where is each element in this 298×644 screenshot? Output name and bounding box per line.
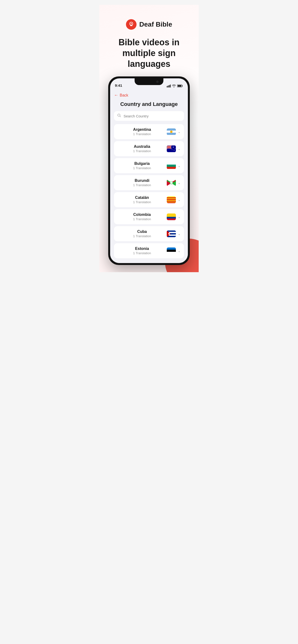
svg-rect-29 [167, 198, 176, 198]
country-translation-colombia: 1 Translation [117, 217, 167, 221]
chevron-cuba: ⌄ [178, 232, 181, 236]
flag-australia: ✦ ✦ ✦ ✦ [167, 146, 176, 152]
svg-text:✦: ✦ [174, 150, 175, 151]
country-name-cuba: Cuba [117, 230, 167, 234]
app-logo-text: Deaf Bible [139, 20, 172, 28]
phone-container: 9:41 [104, 72, 194, 265]
search-input[interactable] [123, 114, 181, 118]
hero-title: Bible videos in multiple sign languages [104, 37, 194, 72]
country-right-estonia: ⌄ [167, 248, 181, 254]
country-translation-estonia: 1 Translation [117, 251, 167, 255]
country-item-burundi[interactable]: Burundi 1 Translation [114, 175, 184, 190]
country-item-colombia[interactable]: Colombia 1 Translation ⌄ [114, 209, 184, 224]
hero-section: Deaf Bible Bible videos in multiple sign… [99, 5, 199, 272]
country-item-catalan[interactable]: Catalán 1 Translation [114, 192, 184, 207]
country-name-bulgaria: Bulgaria [117, 162, 167, 166]
country-right-argentina: ⌄ [167, 128, 181, 135]
chevron-colombia: ⌄ [178, 215, 181, 219]
flag-estonia [167, 248, 176, 254]
deaf-bible-logo-icon [128, 21, 134, 28]
svg-rect-1 [167, 86, 168, 88]
chevron-argentina: ⌄ [178, 130, 181, 134]
country-right-australia: ✦ ✦ ✦ ✦ ⌄ [167, 146, 181, 152]
svg-text:✦: ✦ [175, 148, 176, 149]
app-content: ← Back Country and Language [110, 89, 188, 263]
svg-rect-2 [168, 86, 169, 88]
country-info-argentina: Argentina 1 Translation [117, 128, 167, 136]
country-right-bulgaria: ⌄ [167, 162, 181, 169]
country-info-cuba: Cuba 1 Translation [117, 230, 167, 238]
country-translation-burundi: 1 Translation [117, 183, 167, 187]
country-translation-catalan: 1 Translation [117, 200, 167, 204]
svg-text:✦: ✦ [170, 182, 172, 184]
country-info-estonia: Estonia 1 Translation [117, 246, 167, 255]
country-info-burundi: Burundi 1 Translation [117, 178, 167, 187]
chevron-burundi: ⌄ [178, 181, 181, 185]
svg-point-0 [130, 23, 131, 24]
svg-rect-38 [167, 236, 176, 237]
back-button[interactable]: ← Back [114, 93, 184, 98]
country-right-cuba: ⌄ [167, 230, 181, 237]
chevron-catalan: ⌄ [178, 198, 181, 202]
country-list: Argentina 1 Translation [114, 124, 184, 258]
country-name-burundi: Burundi [117, 178, 167, 183]
country-name-colombia: Colombia [117, 212, 167, 217]
country-info-catalan: Catalán 1 Translation [117, 196, 167, 204]
signal-icon [167, 84, 171, 88]
flag-bulgaria [167, 162, 176, 169]
svg-rect-4 [170, 84, 171, 88]
svg-rect-30 [167, 199, 176, 200]
phone-inner: 9:41 [110, 78, 188, 263]
country-right-colombia: ⌄ [167, 214, 181, 220]
back-label: Back [120, 93, 128, 98]
battery-icon [177, 84, 183, 88]
country-info-bulgaria: Bulgaria 1 Translation [117, 162, 167, 170]
svg-rect-32 [167, 202, 176, 203]
search-bar[interactable] [114, 111, 184, 121]
back-arrow-icon: ← [114, 93, 118, 98]
svg-text:✦: ✦ [173, 146, 174, 148]
chevron-bulgaria: ⌄ [178, 164, 181, 168]
search-icon [117, 114, 121, 118]
status-time: 9:41 [115, 84, 122, 88]
svg-text:✦: ✦ [172, 149, 173, 150]
country-item-bulgaria[interactable]: Bulgaria 1 Translation ⌄ [114, 158, 184, 173]
flag-catalan [167, 196, 176, 203]
flag-burundi: ✦ [167, 180, 176, 186]
country-name-catalan: Catalán [117, 196, 167, 200]
chevron-estonia: ⌄ [178, 249, 181, 253]
phone-notch [135, 78, 163, 85]
country-name-argentina: Argentina [117, 128, 167, 132]
wifi-icon [172, 84, 176, 88]
logo-row: Deaf Bible [104, 19, 194, 30]
country-item-argentina[interactable]: Argentina 1 Translation [114, 124, 184, 139]
flag-cuba [167, 230, 176, 237]
svg-rect-6 [178, 85, 181, 87]
phone-mockup: 9:41 [108, 76, 190, 265]
country-translation-argentina: 1 Translation [117, 132, 167, 136]
country-info-colombia: Colombia 1 Translation [117, 212, 167, 221]
country-item-estonia[interactable]: Estonia 1 Translation ⌄ [114, 243, 184, 258]
logo-icon [126, 19, 136, 30]
status-icons [167, 84, 183, 88]
country-translation-cuba: 1 Translation [117, 234, 167, 238]
flag-argentina [167, 128, 176, 135]
country-info-australia: Australia 1 Translation [117, 144, 167, 153]
country-name-australia: Australia [117, 144, 167, 149]
country-translation-australia: 1 Translation [117, 149, 167, 153]
country-translation-bulgaria: 1 Translation [117, 166, 167, 170]
country-item-cuba[interactable]: Cuba 1 Translation [114, 226, 184, 241]
flag-colombia [167, 214, 176, 220]
country-name-estonia: Estonia [117, 246, 167, 251]
country-right-catalan: ⌄ [167, 196, 181, 203]
chevron-australia: ⌄ [178, 147, 181, 151]
country-right-burundi: ✦ ⌄ [167, 180, 181, 186]
svg-rect-3 [169, 85, 170, 88]
svg-rect-31 [167, 201, 176, 202]
country-item-australia[interactable]: Australia 1 Translation [114, 141, 184, 156]
page-wrapper: Deaf Bible Bible videos in multiple sign… [99, 5, 199, 272]
page-title: Country and Language [114, 101, 184, 107]
notch-camera [156, 80, 159, 83]
svg-rect-34 [167, 230, 176, 232]
